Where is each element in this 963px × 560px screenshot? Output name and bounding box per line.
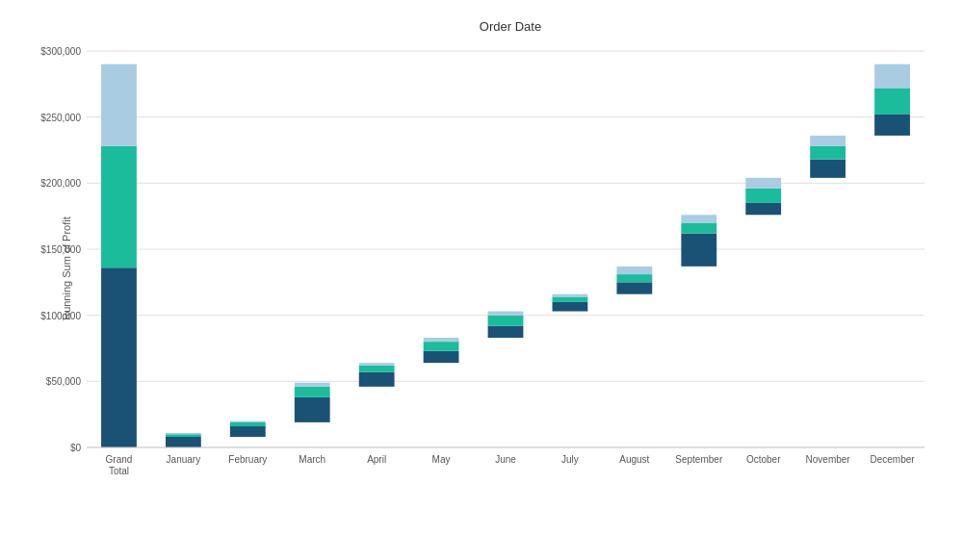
- svg-rect-44: [553, 294, 588, 297]
- svg-rect-38: [488, 326, 524, 338]
- svg-rect-32: [359, 363, 395, 366]
- svg-text:$50,000: $50,000: [46, 376, 82, 387]
- svg-rect-15: [101, 146, 137, 267]
- svg-text:May: May: [432, 454, 451, 465]
- svg-rect-52: [681, 215, 716, 222]
- svg-text:$200,000: $200,000: [40, 178, 81, 189]
- svg-text:January: January: [167, 454, 201, 465]
- svg-rect-28: [295, 383, 330, 387]
- svg-rect-42: [553, 302, 588, 312]
- svg-rect-51: [681, 223, 716, 234]
- svg-rect-54: [745, 203, 781, 215]
- svg-rect-27: [295, 387, 330, 397]
- svg-text:April: April: [367, 454, 386, 465]
- chart-svg: $0$50,000$100,000$150,000$200,000$250,00…: [77, 41, 944, 496]
- svg-text:June: June: [495, 454, 516, 465]
- svg-rect-46: [616, 282, 652, 293]
- svg-rect-20: [166, 433, 201, 434]
- svg-rect-36: [424, 338, 459, 342]
- svg-rect-30: [359, 372, 395, 387]
- svg-rect-56: [745, 178, 781, 189]
- svg-text:$300,000: $300,000: [40, 46, 81, 57]
- svg-text:GrandTotal: GrandTotal: [106, 454, 133, 476]
- svg-text:August: August: [619, 454, 649, 465]
- chart-title: Order Date: [77, 19, 944, 34]
- chart-container: Order Date Running Sum of Profit $0$50,0…: [0, 0, 963, 560]
- svg-text:$250,000: $250,000: [40, 113, 81, 123]
- svg-rect-23: [230, 422, 266, 426]
- svg-text:February: February: [228, 454, 267, 465]
- svg-rect-31: [359, 366, 395, 372]
- svg-rect-59: [810, 146, 846, 160]
- svg-rect-18: [166, 437, 201, 447]
- svg-rect-50: [681, 234, 716, 267]
- svg-rect-26: [295, 397, 330, 422]
- svg-rect-14: [101, 267, 137, 447]
- svg-rect-47: [616, 274, 652, 282]
- svg-rect-34: [424, 351, 459, 363]
- svg-rect-22: [230, 426, 266, 437]
- svg-rect-64: [874, 64, 910, 89]
- svg-rect-19: [166, 434, 201, 437]
- svg-text:October: October: [746, 454, 781, 465]
- svg-rect-58: [810, 160, 846, 178]
- svg-text:$0: $0: [70, 443, 82, 453]
- y-axis-label: Running Sum of Profit: [61, 216, 72, 320]
- svg-rect-40: [488, 312, 524, 316]
- svg-rect-16: [101, 64, 137, 146]
- svg-rect-24: [230, 421, 266, 422]
- svg-text:March: March: [299, 454, 325, 465]
- svg-text:July: July: [561, 454, 579, 465]
- svg-rect-63: [874, 88, 910, 114]
- svg-text:December: December: [870, 454, 915, 465]
- svg-rect-60: [810, 136, 846, 146]
- svg-rect-39: [488, 316, 524, 326]
- svg-rect-48: [616, 267, 652, 274]
- chart-area: Running Sum of Profit $0$50,000$100,000$…: [77, 41, 944, 496]
- svg-rect-43: [553, 296, 588, 301]
- svg-text:September: September: [675, 454, 723, 465]
- svg-text:November: November: [806, 454, 851, 465]
- svg-rect-35: [424, 342, 459, 351]
- svg-rect-62: [874, 115, 910, 136]
- svg-rect-55: [745, 189, 781, 203]
